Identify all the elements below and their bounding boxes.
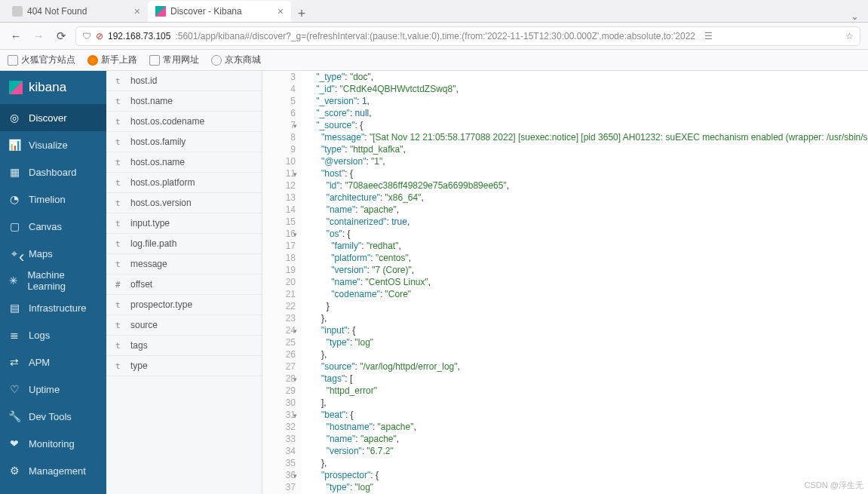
field-name: host.name xyxy=(130,96,173,106)
nav-label: Discover xyxy=(29,112,67,124)
nav-icon: ▦ xyxy=(8,165,21,179)
kibana-brand: kibana xyxy=(29,80,66,95)
field-type-icon: t xyxy=(115,219,123,229)
nav-icon: ⚙ xyxy=(8,464,21,477)
url-bar[interactable]: 🛡 ⊘ 192.168.73.105:5601/app/kibana#/disc… xyxy=(75,26,860,46)
sidebar-item-maps[interactable]: ⌖Maps xyxy=(0,240,106,267)
sidebar-item-management[interactable]: ⚙Management xyxy=(0,457,106,484)
field-type-icon: t xyxy=(115,158,123,167)
field-row[interactable]: thost.os.version xyxy=(106,193,262,213)
nav-label: Maps xyxy=(29,248,53,259)
firefox-icon xyxy=(87,55,98,66)
folder-icon xyxy=(149,55,160,66)
field-row[interactable]: thost.os.platform xyxy=(106,173,262,193)
sidebar-item-dev-tools[interactable]: 🔧Dev Tools xyxy=(0,403,106,430)
field-type-icon: t xyxy=(115,97,123,106)
field-row[interactable]: tprospector.type xyxy=(106,295,262,315)
field-name: host.os.codename xyxy=(130,116,204,127)
nav-icon: ▤ xyxy=(8,301,21,315)
nav-label: Canvas xyxy=(29,221,62,232)
sidebar-item-dashboard[interactable]: ▦Dashboard xyxy=(0,158,106,186)
globe-icon xyxy=(211,55,222,66)
field-row[interactable]: tmessage xyxy=(106,254,262,275)
field-row[interactable]: thost.id xyxy=(106,71,262,91)
kibana-logo[interactable]: kibana xyxy=(0,71,106,104)
field-row[interactable]: thost.os.family xyxy=(106,132,262,152)
new-tab-button[interactable]: + xyxy=(291,6,312,22)
field-name: source xyxy=(130,320,158,330)
folder-icon xyxy=(8,55,18,66)
nav-label: Infrastructure xyxy=(29,302,87,314)
nav-label: Monitoring xyxy=(29,438,75,450)
nav-label: Dev Tools xyxy=(29,411,72,422)
nav-icon: ❤ xyxy=(8,437,21,450)
sidebar-item-timelion[interactable]: ◔Timelion xyxy=(0,186,106,213)
nav-label: APM xyxy=(29,357,50,368)
browser-tab-kibana[interactable]: Discover - Kibana × xyxy=(148,1,291,22)
reader-icon[interactable]: ☰ xyxy=(704,31,713,41)
nav-icon: ◎ xyxy=(8,111,21,124)
field-row[interactable]: ttags xyxy=(106,336,262,356)
nav-icon: ⇄ xyxy=(8,355,21,369)
field-type-icon: t xyxy=(115,76,123,86)
sidebar-item-uptime[interactable]: ♡Uptime xyxy=(0,376,106,403)
tabs-dropdown-icon[interactable]: ⌄ xyxy=(851,11,859,22)
field-name: host.os.platform xyxy=(130,177,195,188)
reload-button[interactable]: ⟳ xyxy=(53,29,69,43)
field-row[interactable]: #offset xyxy=(106,275,262,295)
field-type-icon: t xyxy=(115,178,123,188)
nav-icon: ✳ xyxy=(8,274,20,287)
field-row[interactable]: tlog.file.path xyxy=(106,234,262,254)
close-icon[interactable]: × xyxy=(134,5,140,17)
field-type-icon: t xyxy=(115,239,123,249)
field-name: offset xyxy=(130,279,152,290)
kibana-sidebar: kibana ◎Discover📊Visualize▦Dashboard◔Tim… xyxy=(0,71,106,494)
kibana-logo-icon xyxy=(9,81,23,94)
back-button[interactable]: ← xyxy=(8,29,24,42)
sidebar-item-canvas[interactable]: ▢Canvas xyxy=(0,213,106,240)
bookmark-item[interactable]: 常用网址 xyxy=(149,54,199,66)
field-row[interactable]: tsource xyxy=(106,315,262,336)
forward-button[interactable]: → xyxy=(30,29,47,42)
field-name: message xyxy=(130,259,167,269)
nav-icon: 📊 xyxy=(8,138,21,152)
field-type-icon: t xyxy=(115,259,123,269)
watermark: CSDN @浮生无 xyxy=(805,480,863,491)
tab-title: 404 Not Found xyxy=(27,6,87,17)
field-name: log.file.path xyxy=(130,238,176,249)
sidebar-item-monitoring[interactable]: ❤Monitoring xyxy=(0,430,106,457)
favicon-blank-icon xyxy=(12,6,23,17)
browser-tab-404[interactable]: 404 Not Found × xyxy=(5,1,148,22)
sidebar-item-apm[interactable]: ⇄APM xyxy=(0,348,106,376)
sidebar-item-discover[interactable]: ◎Discover xyxy=(0,104,106,131)
line-gutter: 34567▾891011▾1213141516▾1718192021222324… xyxy=(262,71,302,494)
field-name: host.os.name xyxy=(130,157,185,167)
url-rest: :5601/app/kibana#/discover?_g=(refreshIn… xyxy=(175,31,695,41)
lock-icon: ⊘ xyxy=(96,31,103,41)
close-icon[interactable]: × xyxy=(278,5,284,17)
field-row[interactable]: thost.os.codename xyxy=(106,112,262,132)
nav-label: Timelion xyxy=(29,194,66,205)
sidebar-item-machine-learning[interactable]: ✳Machine Learning xyxy=(0,267,106,294)
bookmark-item[interactable]: 火狐官方站点 xyxy=(8,54,75,66)
sidebar-collapse-icon[interactable]: ‹ xyxy=(19,247,24,267)
field-row[interactable]: tinput.type xyxy=(106,213,262,234)
field-name: host.id xyxy=(130,75,157,86)
field-name: prospector.type xyxy=(130,299,192,310)
field-row[interactable]: thost.name xyxy=(106,91,262,112)
sidebar-item-logs[interactable]: ≣Logs xyxy=(0,321,106,348)
field-type-icon: t xyxy=(115,117,123,127)
json-source[interactable]: "_type": "doc", "_id": "CRdKe4QBHWvtctdZ… xyxy=(302,71,868,494)
sidebar-item-visualize[interactable]: 📊Visualize xyxy=(0,131,106,158)
nav-icon: 🔧 xyxy=(8,410,21,423)
field-type-icon: t xyxy=(115,321,123,330)
field-name: tags xyxy=(130,340,148,351)
field-row[interactable]: thost.os.name xyxy=(106,152,262,173)
bookmark-item[interactable]: 新手上路 xyxy=(87,54,137,66)
document-viewer: 34567▾891011▾1213141516▾1718192021222324… xyxy=(262,71,868,494)
bookmark-item[interactable]: 京东商城 xyxy=(211,54,261,66)
field-row[interactable]: ttype xyxy=(106,356,262,376)
bookmark-star-icon[interactable]: ☆ xyxy=(845,31,854,41)
sidebar-item-infrastructure[interactable]: ▤Infrastructure xyxy=(0,294,106,321)
favicon-kibana-icon xyxy=(155,6,166,17)
